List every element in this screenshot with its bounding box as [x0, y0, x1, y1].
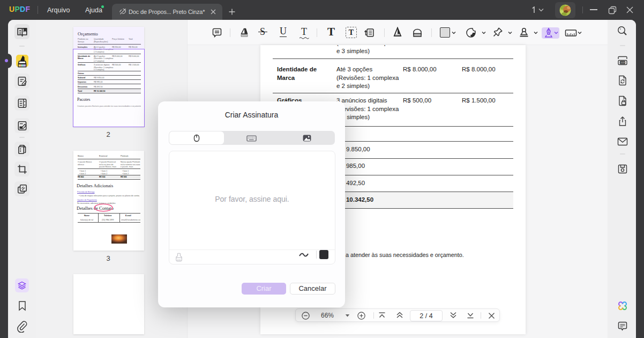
svg-text:OCR: OCR	[620, 62, 625, 64]
